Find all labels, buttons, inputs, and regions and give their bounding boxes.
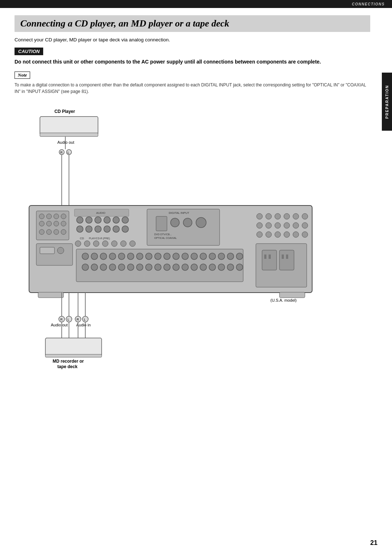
svg-point-40 <box>84 241 90 247</box>
svg-point-92 <box>164 253 170 260</box>
svg-text:tape deck: tape deck <box>57 364 78 369</box>
svg-point-104 <box>109 264 116 270</box>
preparation-tab: PREPARATION <box>382 73 392 131</box>
svg-text:R: R <box>60 318 63 321</box>
svg-point-32 <box>86 226 92 232</box>
svg-rect-74 <box>279 250 294 270</box>
svg-point-66 <box>257 232 262 237</box>
svg-point-89 <box>136 253 143 260</box>
svg-rect-1 <box>40 133 98 137</box>
section-label: CONNECTIONS <box>352 2 385 6</box>
svg-point-94 <box>182 253 188 260</box>
svg-rect-50 <box>183 218 192 227</box>
page-title: Connecting a CD player, an MD player or … <box>20 18 364 29</box>
svg-rect-81 <box>57 247 64 254</box>
audio-out-top-label: Audio out <box>57 140 74 144</box>
svg-point-103 <box>100 264 107 270</box>
svg-rect-77 <box>282 254 284 259</box>
svg-rect-48 <box>156 216 167 231</box>
svg-point-109 <box>155 264 161 270</box>
svg-text:R: R <box>77 318 79 321</box>
svg-point-62 <box>275 223 281 228</box>
svg-rect-80 <box>40 247 54 254</box>
svg-text:(U.S.A. model): (U.S.A. model) <box>270 298 297 302</box>
caution-label: CAUTION <box>15 48 43 55</box>
svg-point-118 <box>236 264 243 270</box>
svg-point-45 <box>130 241 135 247</box>
svg-rect-51 <box>196 217 206 228</box>
svg-rect-139 <box>45 338 102 356</box>
svg-point-99 <box>227 253 234 260</box>
svg-point-13 <box>54 214 59 219</box>
svg-point-116 <box>218 264 225 270</box>
svg-point-84 <box>91 253 98 260</box>
svg-point-33 <box>95 226 101 232</box>
title-section: Connecting a CD player, an MD player or … <box>15 15 370 32</box>
svg-point-14 <box>61 214 66 219</box>
svg-point-87 <box>118 253 125 260</box>
svg-point-26 <box>86 217 92 223</box>
svg-point-85 <box>100 253 107 260</box>
svg-point-108 <box>146 264 152 270</box>
page-number: 21 <box>370 539 377 547</box>
svg-point-65 <box>302 223 308 228</box>
svg-text:R: R <box>60 151 63 154</box>
svg-point-100 <box>236 253 243 260</box>
svg-point-106 <box>127 264 134 270</box>
connection-diagram: CD Player Audio out R L <box>18 102 367 378</box>
svg-point-12 <box>46 214 52 219</box>
svg-point-54 <box>257 213 262 219</box>
svg-point-70 <box>293 232 299 237</box>
subtitle-text: Connect your CD player, MD player or tap… <box>15 37 370 42</box>
svg-point-113 <box>191 264 197 270</box>
svg-point-58 <box>293 213 299 219</box>
svg-text:DIGITAL INPUT: DIGITAL INPUT <box>169 211 189 215</box>
svg-point-97 <box>209 253 216 260</box>
svg-point-111 <box>173 264 179 270</box>
svg-point-16 <box>46 221 52 226</box>
svg-rect-0 <box>40 117 98 135</box>
svg-rect-119 <box>38 292 64 298</box>
main-content: Connecting a CD player, an MD player or … <box>0 8 392 392</box>
svg-point-93 <box>173 253 179 260</box>
svg-text:AUDIO: AUDIO <box>96 211 105 215</box>
svg-text:L: L <box>68 318 69 321</box>
svg-point-117 <box>227 264 234 270</box>
svg-point-21 <box>54 229 59 235</box>
svg-text:PLAY/CD-R (PRE): PLAY/CD-R (PRE) <box>89 237 110 240</box>
top-bar: CONNECTIONS <box>0 0 392 8</box>
svg-point-112 <box>182 264 188 270</box>
svg-text:L: L <box>68 151 69 154</box>
svg-point-67 <box>266 232 271 237</box>
svg-point-105 <box>118 264 125 270</box>
svg-point-43 <box>111 241 117 247</box>
svg-point-55 <box>266 213 271 219</box>
svg-text:CD: CD <box>80 237 84 240</box>
svg-point-95 <box>191 253 197 260</box>
svg-rect-49 <box>171 218 179 227</box>
svg-text:MD recorder or: MD recorder or <box>53 359 84 364</box>
svg-point-30 <box>122 217 128 223</box>
svg-point-31 <box>77 226 83 232</box>
note-text: To make a digital connection to a compon… <box>15 82 370 95</box>
svg-point-25 <box>77 217 83 223</box>
diagram-svg: CD Player Audio out R L <box>18 102 367 378</box>
svg-point-69 <box>284 232 290 237</box>
svg-rect-73 <box>262 250 277 270</box>
svg-rect-140 <box>45 354 102 357</box>
svg-point-15 <box>39 221 44 226</box>
svg-point-11 <box>39 214 44 219</box>
svg-point-36 <box>122 226 128 232</box>
svg-point-41 <box>93 241 99 247</box>
svg-point-27 <box>95 217 101 223</box>
svg-point-102 <box>91 264 98 270</box>
svg-point-20 <box>46 229 52 235</box>
svg-point-42 <box>102 241 108 247</box>
svg-text:DVD  DTV/CB...: DVD DTV/CB... <box>154 233 172 236</box>
svg-point-22 <box>61 229 66 235</box>
svg-rect-120 <box>279 292 305 298</box>
svg-point-63 <box>284 223 290 228</box>
svg-point-115 <box>209 264 216 270</box>
note-label: Note <box>15 72 30 79</box>
svg-rect-79 <box>36 244 73 265</box>
